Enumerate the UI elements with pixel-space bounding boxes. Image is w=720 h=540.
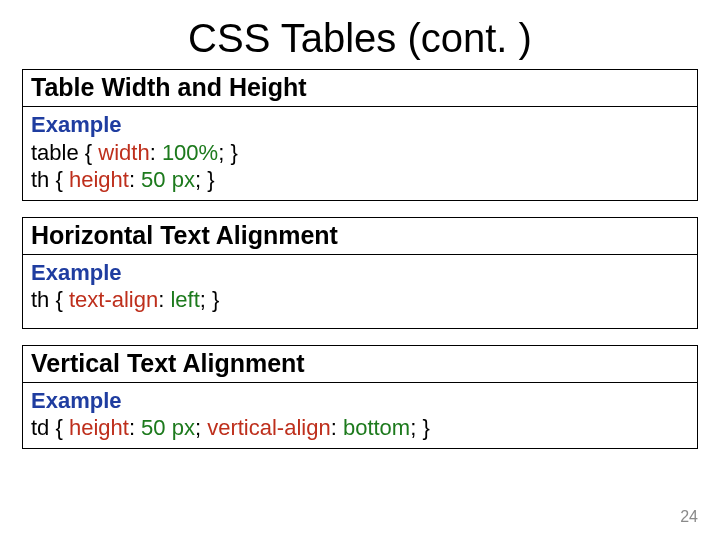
- code-line: td { height: 50 px; vertical-align: bott…: [31, 414, 689, 442]
- page-number: 24: [680, 508, 698, 526]
- example-label: Example: [31, 387, 689, 415]
- example-label: Example: [31, 111, 689, 139]
- slide: CSS Tables (cont. ) Table Width and Heig…: [0, 0, 720, 540]
- section-heading: Horizontal Text Alignment: [22, 217, 698, 255]
- slide-title: CSS Tables (cont. ): [22, 16, 698, 61]
- section-heading: Table Width and Height: [22, 69, 698, 107]
- code-line: th { text-align: left; }: [31, 286, 689, 314]
- example-block: Example table { width: 100%; } th { heig…: [22, 107, 698, 201]
- example-label: Example: [31, 259, 689, 287]
- code-line: th { height: 50 px; }: [31, 166, 689, 194]
- example-block: Example td { height: 50 px; vertical-ali…: [22, 383, 698, 449]
- example-block: Example th { text-align: left; }: [22, 255, 698, 329]
- code-line: table { width: 100%; }: [31, 139, 689, 167]
- section-heading: Vertical Text Alignment: [22, 345, 698, 383]
